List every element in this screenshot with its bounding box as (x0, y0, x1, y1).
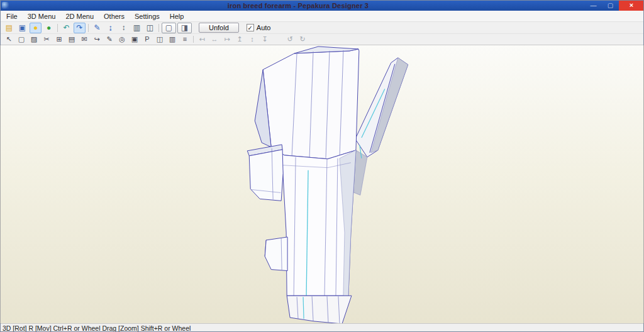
minimize-button[interactable]: — (585, 0, 602, 11)
window-title: iron breed forearm - Pepakura Designer 3 (11, 2, 585, 9)
auto-checkbox-label: Auto (257, 24, 271, 31)
toolbar-row-2-icons: ↖▢▨✂⊞▤✉↪✎◎▣P◫▥≡↤↔↦↥↕↧↺↻ (0, 34, 309, 45)
undo-icon[interactable]: ↶ (60, 23, 72, 33)
render-light-icon[interactable]: ● (30, 23, 42, 33)
model-forearm-column (271, 145, 367, 296)
toolbar-separator (157, 23, 161, 33)
unfold-button[interactable]: Unfold (199, 23, 239, 33)
flip-icon[interactable]: ↕ (118, 23, 130, 33)
part-number-icon[interactable]: P (142, 35, 153, 44)
model-forearm-wireframe (1, 45, 643, 323)
two-page-icon[interactable]: ◫ (154, 35, 165, 44)
target-icon[interactable]: ◎ (116, 35, 128, 44)
model-fin (355, 58, 408, 157)
align-middle-icon[interactable]: ↕ (247, 35, 258, 44)
auto-checkbox[interactable]: ✓ Auto (247, 24, 271, 31)
close-button[interactable]: × (619, 0, 644, 11)
flap-icon[interactable]: ▤ (66, 35, 77, 44)
menubar: File3D Menu2D MenuOthersSettingsHelp (0, 11, 644, 22)
maximize-button[interactable]: ▢ (602, 0, 619, 11)
texture-icon[interactable]: ● (43, 23, 55, 33)
panels-icon[interactable]: ◫ (144, 23, 156, 33)
toolbar-separator (86, 23, 91, 33)
align-top-icon[interactable]: ↥ (234, 35, 245, 44)
toolbar-row-2: ↖▢▨✂⊞▤✉↪✎◎▣P◫▥≡↤↔↦↥↕↧↺↻ (0, 34, 644, 45)
menu-item[interactable]: File (1, 11, 23, 21)
toolbar-row-1-icons: ▤▣●●↶↷✎↨↕▥◫▢◨ (0, 22, 192, 33)
statusbar: 3D [Rot] R [Mov] Ctrl+R or Wheel Drag [Z… (0, 323, 644, 332)
toolbar-gap (272, 35, 283, 44)
menu-item[interactable]: 3D Menu (23, 11, 61, 21)
page-grid-icon[interactable]: ▥ (167, 35, 178, 44)
edit-text-icon[interactable]: ✎ (104, 35, 115, 44)
pen-icon[interactable]: ✎ (91, 23, 103, 33)
rotate-right-icon[interactable]: ↻ (297, 35, 308, 44)
rotate-left-icon[interactable]: ↺ (284, 35, 296, 44)
join-edge-icon[interactable]: ⊞ (53, 35, 65, 44)
toolbar-separator (55, 23, 60, 33)
order-icon[interactable]: ≡ (179, 35, 191, 44)
grid-icon[interactable]: ▥ (131, 23, 143, 33)
menu-item[interactable]: Settings (130, 11, 165, 21)
fill-icon[interactable]: ▣ (129, 35, 140, 44)
app-window: iron breed forearm - Pepakura Designer 3… (0, 0, 644, 332)
select-icon[interactable]: ↖ (3, 35, 14, 44)
edit-mesh-icon[interactable]: ▨ (28, 35, 40, 44)
open-icon[interactable]: ▤ (3, 23, 15, 33)
titlebar: iron breed forearm - Pepakura Designer 3… (0, 0, 644, 11)
menu-item[interactable]: Help (165, 11, 189, 21)
view-shaded-button[interactable]: ▢ (162, 23, 176, 33)
menu-item[interactable]: Others (99, 11, 130, 21)
cut-edge-icon[interactable]: ✂ (41, 35, 52, 44)
redo-icon[interactable]: ↷ (74, 23, 86, 33)
save-icon[interactable]: ▣ (16, 23, 28, 33)
rotate-island-icon[interactable]: ↪ (91, 35, 103, 44)
view-textured-button[interactable]: ◨ (177, 23, 192, 33)
pin-icon[interactable]: ↨ (104, 23, 116, 33)
align-left-icon[interactable]: ↤ (196, 35, 208, 44)
viewport-3d[interactable] (0, 45, 644, 323)
toolbar-row-1: ▤▣●●↶↷✎↨↕▥◫▢◨ Unfold ✓ Auto (0, 22, 644, 34)
align-bottom-icon[interactable]: ↧ (259, 35, 270, 44)
window-controls: — ▢ × (585, 0, 644, 11)
app-icon (2, 2, 9, 9)
align-center-h-icon[interactable]: ↔ (209, 35, 220, 44)
model-tab-upper (247, 145, 283, 201)
note-icon[interactable]: ✉ (79, 35, 90, 44)
toolbar-separator (191, 35, 196, 44)
model-top-section (255, 47, 359, 159)
align-right-icon[interactable]: ↦ (221, 35, 233, 44)
menu-item[interactable]: 2D Menu (60, 11, 99, 21)
model-foot (287, 296, 352, 323)
status-text: 3D [Rot] R [Mov] Ctrl+R or Wheel Drag [Z… (3, 324, 191, 332)
checkbox-check-icon[interactable]: ✓ (247, 24, 254, 31)
model-tab-lower (265, 237, 287, 271)
lasso-icon[interactable]: ▢ (16, 35, 27, 44)
